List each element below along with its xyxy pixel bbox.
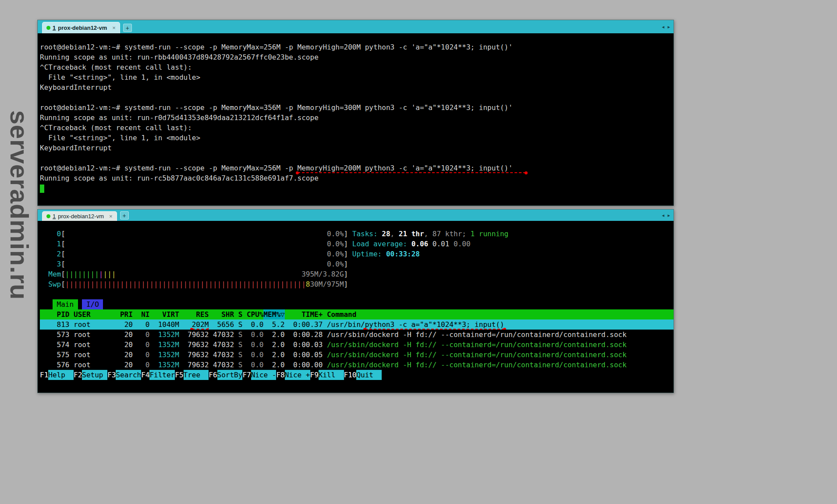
process-row[interactable]: 574root2001352M7963247032S0.02.00:00.03/… — [40, 340, 674, 350]
tab-scroll-arrows-icon[interactable]: ◂ ▸ — [662, 24, 671, 30]
cell: 47032 — [209, 340, 234, 350]
screen-tab-io[interactable]: I/O — [82, 299, 103, 309]
cpu-meter-1: 1[0.0%] — [40, 239, 348, 249]
fkey-f3[interactable]: F3Search — [107, 370, 141, 380]
column-header-pid[interactable]: PID — [40, 309, 69, 319]
cpu-meter-value: 0.0% — [327, 239, 344, 249]
terminal-line: Running scope as unit: run-rc5b877aac0c8… — [40, 173, 674, 183]
meter-label: 3 — [40, 259, 61, 269]
fkey-action: Search — [116, 370, 141, 380]
column-header-shr[interactable]: SHR — [209, 309, 234, 319]
cell: 0:00.05 — [285, 350, 323, 360]
cell: 5656 — [209, 319, 234, 330]
fkey-f10[interactable]: F10Quit — [344, 370, 382, 380]
process-row[interactable]: 575root2001352M7963247032S0.02.00:00.05/… — [40, 350, 674, 360]
process-row[interactable]: 813root2001040M202M5656S0.05.20:00.37/us… — [40, 319, 674, 330]
fkey-action: Setup — [82, 370, 107, 380]
column-header-command[interactable]: Command — [327, 309, 674, 319]
terminal-text: root@debian12-vm:~# systemd-run --scope … — [40, 43, 513, 51]
cell: 0:00.28 — [285, 330, 323, 340]
terminal-text: File "<string>", line 1, in <module> — [40, 73, 200, 82]
process-row[interactable]: 573root2001352M7963247032S0.02.00:00.28/… — [40, 330, 674, 340]
tab-index: 1 — [53, 25, 56, 31]
column-header-cpu[interactable]: CPU% — [242, 309, 263, 319]
terminal-window-top: 1 prox-debian12-vm × + ◂ ▸ root@debian12… — [37, 20, 674, 206]
fkey-action: Nice + — [285, 370, 310, 380]
tab-status-dot — [46, 26, 50, 30]
tab-status-dot — [46, 214, 50, 218]
cpu-meter-3: 3[0.0%] — [40, 259, 348, 269]
fkey-f9[interactable]: F9Kill — [310, 370, 344, 380]
fkey-f1[interactable]: F1Help — [40, 370, 74, 380]
cell: 0 — [133, 350, 150, 360]
tab-index: 1 — [53, 213, 56, 220]
cell: root — [74, 330, 112, 340]
terminal-output-top[interactable]: root@debian12-vm:~# systemd-run --scope … — [38, 33, 674, 206]
column-header-res[interactable]: RES — [179, 309, 209, 319]
cpu-meter-value: 0.0% — [327, 249, 344, 259]
fkey-number: F2 — [74, 370, 82, 380]
column-header-pri[interactable]: PRI — [112, 309, 133, 319]
info-text: 0.00 — [454, 240, 471, 248]
cell: 47032 — [209, 330, 234, 340]
screen-tab-main[interactable]: Main — [53, 299, 78, 309]
fkey-f8[interactable]: F8Nice + — [276, 370, 310, 380]
fkey-f7[interactable]: F7Nice - — [242, 370, 276, 380]
info-text: , — [424, 230, 433, 238]
screen-tabs: MainI/O — [40, 299, 674, 309]
cell: 20 — [112, 340, 133, 350]
meter-fill — [65, 259, 327, 269]
fkey-f6[interactable]: F6SortBy — [209, 370, 242, 380]
tab-prox-debian12-vm[interactable]: 1 prox-debian12-vm × — [42, 211, 117, 221]
meter-fill — [65, 249, 327, 259]
memory-meter: Mem[||||||||||||395M/3.82G] — [40, 269, 348, 279]
fkey-f5[interactable]: F5Tree — [175, 370, 209, 380]
tab-prox-debian12-vm[interactable]: 1 prox-debian12-vm × — [42, 22, 120, 33]
new-tab-button[interactable]: + — [123, 24, 132, 32]
column-header-user[interactable]: USER — [74, 309, 112, 319]
swap-meter-value-highlight: 8 — [306, 279, 310, 289]
terminal-line: File "<string>", line 1, in <module> — [40, 133, 674, 143]
cell: S — [234, 340, 242, 350]
cell: root — [74, 360, 112, 370]
meter-bar: 0.0% — [65, 239, 344, 249]
process-table-header[interactable]: PIDUSERPRINIVIRTRESSHRSCPU%MEM%▽TIME+Com… — [40, 309, 674, 319]
command-text: /usr/bin/ — [327, 320, 365, 329]
cell: 1352M — [149, 360, 179, 370]
cell: 5.2 — [263, 319, 284, 330]
column-header-s[interactable]: S — [234, 309, 242, 319]
cell: 0 — [133, 340, 150, 350]
tab-close-icon[interactable]: × — [112, 25, 116, 31]
fkey-f2[interactable]: F2Setup — [74, 370, 107, 380]
cell: 0:00.37 — [285, 319, 323, 330]
new-tab-button[interactable]: + — [120, 211, 129, 220]
terminal-line — [40, 153, 674, 163]
cell-command: /usr/sbin/dockerd -H fd:// --containerd=… — [327, 340, 674, 350]
column-header-time[interactable]: TIME+ — [285, 309, 323, 319]
cell: S — [234, 330, 242, 340]
fkey-f4[interactable]: F4Filter — [141, 370, 175, 380]
cell: 20 — [112, 319, 133, 330]
meter-bracket: [ — [61, 269, 65, 279]
info-text: 00:33:28 — [386, 250, 420, 258]
terminal-text: KeyboardInterrupt — [40, 83, 112, 92]
fkey-action: Tree — [184, 370, 209, 380]
cell-res: 202M — [179, 319, 209, 330]
meter-bracket: [ — [61, 229, 65, 239]
tab-close-icon[interactable]: × — [109, 213, 113, 220]
process-row[interactable]: 576root2001352M7963247032S0.02.00:00.00/… — [40, 360, 674, 370]
cell: root — [74, 340, 112, 350]
meter-bracket: ] — [344, 229, 348, 239]
mem-bar-segment: ||| — [103, 269, 116, 279]
tab-scroll-arrows-icon[interactable]: ◂ ▸ — [662, 213, 671, 218]
fkey-number: F4 — [141, 370, 149, 380]
column-header-virt[interactable]: VIRT — [149, 309, 179, 319]
htop-screen[interactable]: 0[0.0%]Tasks: 28, 21 thr, 87 kthr; 1 run… — [38, 221, 674, 393]
tab-title: prox-debian12-vm — [58, 25, 107, 31]
info-text: 1 running — [471, 230, 509, 238]
column-header-ni[interactable]: NI — [133, 309, 150, 319]
column-header-mem[interactable]: MEM%▽ — [263, 309, 284, 319]
fkey-action: Help — [48, 370, 74, 380]
cell: 573 — [40, 330, 69, 340]
meter-bar: ||||||||||||||||||||||||||||||||||||||||… — [65, 279, 344, 289]
